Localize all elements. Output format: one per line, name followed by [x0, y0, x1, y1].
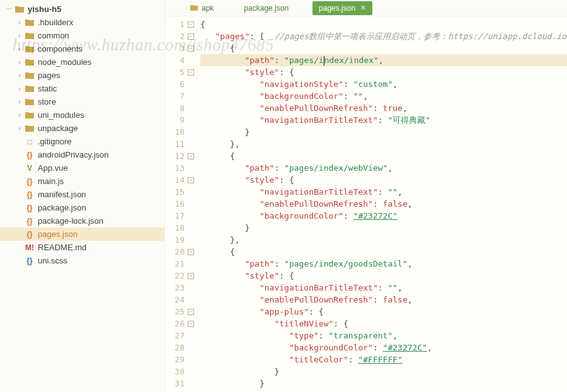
tree-folder-item[interactable]: ›pages [0, 69, 164, 82]
code-line[interactable]: "app-plus": { [200, 306, 567, 318]
line-number: 28 [175, 342, 185, 354]
tree-folder-item[interactable]: ›unpackage [0, 122, 164, 135]
fold-icon[interactable]: − [188, 177, 194, 183]
folder-icon [25, 110, 35, 120]
code-line[interactable]: { [200, 150, 567, 162]
project-name: yishu-h5 [28, 4, 61, 14]
tree-folder-item[interactable]: ›node_modules [0, 55, 164, 69]
editor-tab[interactable]: pages.json✕ [312, 1, 372, 15]
chevron-right-icon: › [16, 32, 23, 39]
tree-file-item[interactable]: □.gitignore [0, 135, 164, 148]
tree-file-item[interactable]: {}main.js [0, 175, 164, 188]
code-line[interactable]: "pages": [ //pages数组中第一项表示应用启动页，参考：https… [200, 30, 567, 42]
tree-item-label: .gitignore [38, 137, 71, 146]
tree-folder-item[interactable]: ›store [0, 95, 164, 108]
tree-item-label: node_modules [38, 57, 91, 67]
code-line[interactable]: "enablePullDownRefresh": false, [200, 294, 567, 306]
code-line[interactable]: }, [200, 234, 567, 246]
editor-pane: apkpackage.jsonpages.json✕ 1−2−3−45−6789… [165, 0, 567, 392]
tree-item-label: README.md [38, 243, 86, 252]
tree-root-item[interactable]: ﹀ yishu-h5 [0, 3, 164, 16]
code-line[interactable]: "path": "pages/index/index", [200, 54, 567, 66]
gutter-row: 29 [165, 354, 194, 366]
code-line[interactable]: } [200, 378, 567, 389]
file-icon: M! [25, 243, 35, 253]
code-line[interactable]: "navigationBarTitleText": "", [200, 186, 567, 198]
gutter-row: 13 [165, 162, 194, 174]
code-line[interactable]: { [200, 18, 567, 30]
fold-icon[interactable]: − [188, 273, 194, 279]
gutter-row: 9 [165, 114, 194, 126]
code-line[interactable]: "type": "transparent", [200, 330, 567, 342]
tree-folder-item[interactable]: ›common [0, 29, 164, 42]
code-line[interactable]: "titleColor": "#FFFFFF" [200, 354, 567, 366]
file-icon: {} [25, 150, 35, 160]
line-number: 5 [180, 66, 185, 78]
code-line[interactable]: "enablePullDownRefresh": false, [200, 198, 567, 210]
code-line[interactable]: "path": "pages/index/goodsDetail", [200, 258, 567, 270]
fold-icon[interactable]: − [188, 45, 194, 52]
tree-file-item[interactable]: {}manifest.json [0, 188, 164, 201]
chevron-down-icon: ﹀ [6, 5, 13, 14]
tree-file-item[interactable]: {}uni.scss [0, 254, 164, 267]
code-line[interactable]: "enablePullDownRefresh": true, [200, 102, 567, 114]
gutter-row: 7 [165, 90, 194, 102]
tree-item-label: static [38, 84, 57, 93]
code-line[interactable]: }, [200, 138, 567, 150]
fold-icon[interactable]: − [188, 321, 194, 327]
tree-file-item[interactable]: {}package.json [0, 201, 164, 214]
code-line[interactable]: { [200, 246, 567, 258]
gutter-row: 16 [165, 198, 194, 210]
fold-icon[interactable]: − [188, 309, 194, 315]
gutter-row: 6 [165, 78, 194, 90]
fold-icon[interactable]: − [188, 249, 194, 255]
gutter-row: 15 [165, 186, 194, 198]
file-icon: {} [25, 176, 35, 187]
fold-icon[interactable]: − [188, 33, 194, 40]
tree-file-item[interactable]: M!README.md [0, 241, 164, 254]
editor-tab[interactable]: apk [184, 1, 220, 15]
tree-folder-item[interactable]: ›.hbuilderx [0, 16, 164, 29]
gutter-row: 28 [165, 342, 194, 354]
close-icon[interactable]: ✕ [360, 4, 366, 12]
fold-icon[interactable]: − [188, 21, 194, 28]
code-content[interactable]: { "pages": [ //pages数组中第一项表示应用启动页，参考：htt… [197, 16, 567, 392]
tree-folder-item[interactable]: ›uni_modules [0, 108, 164, 122]
tree-folder-item[interactable]: ›components [0, 42, 164, 55]
code-area[interactable]: 1−2−3−45−6789101112−1314−151617181920−21… [165, 16, 567, 392]
folder-icon [25, 71, 35, 81]
code-line[interactable]: "path": "pages/index/webView", [200, 162, 567, 174]
tree-folder-item[interactable]: ›static [0, 82, 164, 95]
fold-icon[interactable]: − [188, 153, 194, 159]
code-line[interactable]: } [200, 222, 567, 234]
gutter-row: 1− [165, 18, 194, 30]
code-line[interactable]: "backgroundColor": "#23272C" [200, 210, 567, 222]
folder-open-icon [14, 4, 25, 14]
code-line[interactable]: "style": { [200, 174, 567, 186]
code-line[interactable]: "navigationStyle": "custom", [200, 78, 567, 90]
tree-file-item[interactable]: {}androidPrivacy.json [0, 148, 164, 161]
chevron-right-icon: › [16, 59, 23, 66]
code-line[interactable]: { [200, 42, 567, 54]
code-line[interactable]: "backgroundColor": "", [200, 90, 567, 102]
file-icon: □ [25, 137, 35, 147]
code-line[interactable]: "navigationBarTitleText": "", [200, 282, 567, 294]
code-line[interactable]: "titleNView": { [200, 318, 567, 330]
tree-file-item[interactable]: {}pages.json [0, 228, 164, 241]
gutter-row: 11 [165, 138, 194, 150]
editor-tab[interactable]: package.json [238, 1, 295, 15]
code-line[interactable]: } [200, 366, 567, 378]
code-line[interactable]: "backgroundColor": "#23272C", [200, 342, 567, 354]
fold-icon[interactable]: − [188, 69, 194, 76]
tree-file-item[interactable]: {}package-lock.json [0, 214, 164, 228]
tree-file-item[interactable]: VApp.vue [0, 161, 164, 175]
code-line[interactable]: "navigationBarTitleText": "可得典藏" [200, 114, 567, 126]
code-line[interactable]: } [200, 126, 567, 138]
gutter-row: 5− [165, 66, 194, 78]
gutter-row: 2− [165, 30, 194, 42]
code-line[interactable]: "style": { [200, 270, 567, 282]
gutter-row: 27 [165, 330, 194, 342]
gutter-row: 18 [165, 222, 194, 234]
code-line[interactable]: "style": { [200, 66, 567, 78]
line-number: 16 [175, 198, 185, 210]
